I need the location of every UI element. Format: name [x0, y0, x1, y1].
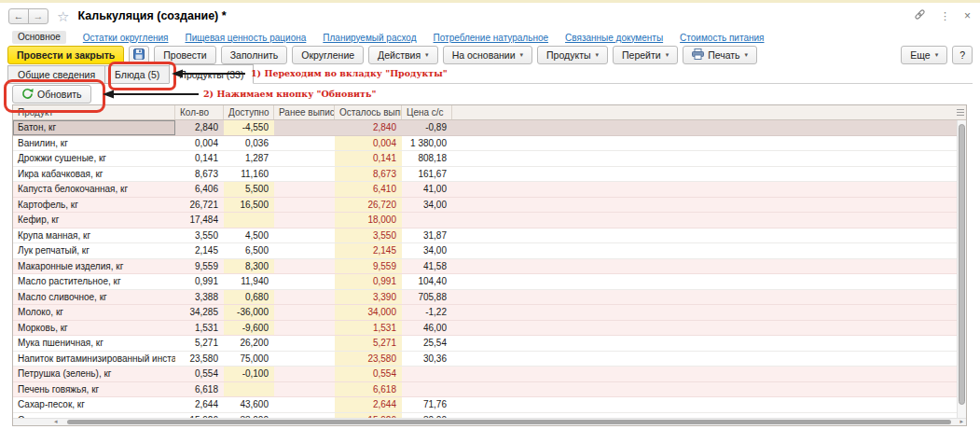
cell-available[interactable]: 0,680: [224, 290, 274, 305]
cell-previously-issued[interactable]: [274, 198, 335, 213]
column-header[interactable]: Осталось выписать: [335, 105, 402, 119]
cell-cost-price[interactable]: 1 380,00: [402, 136, 452, 151]
cell-product[interactable]: Масло растительное, кг: [13, 274, 175, 289]
cell-quantity[interactable]: 23,580: [175, 352, 224, 367]
cell-quantity[interactable]: 6,406: [175, 182, 224, 197]
cell-filler[interactable]: [452, 352, 957, 367]
table-row[interactable]: Кефир, кг17,48418,000: [13, 213, 957, 228]
table-row[interactable]: Морковь, кг1,531-9,6001,53146,00: [13, 321, 957, 337]
cell-quantity[interactable]: 2,145: [175, 243, 224, 258]
cell-cost-price[interactable]: 104,40: [402, 274, 452, 289]
table-row[interactable]: Крупа манная, кг3,5504,5003,55031,87: [13, 228, 957, 244]
cell-quantity[interactable]: 0,554: [175, 367, 224, 381]
nav-link[interactable]: Стоимость питания: [680, 33, 764, 43]
favorite-star-icon[interactable]: ☆: [57, 9, 69, 23]
cell-quantity[interactable]: 26,721: [175, 198, 224, 213]
scroll-left-arrow-icon[interactable]: ◂: [54, 418, 58, 425]
vertical-scroll-thumb[interactable]: [959, 124, 965, 405]
close-icon[interactable]: ×: [964, 9, 971, 22]
toolbar-button[interactable]: На основании▾: [443, 46, 532, 64]
column-header[interactable]: Доступно: [224, 105, 274, 119]
print-button[interactable]: Печать ▾: [683, 46, 757, 64]
toolbar-button[interactable]: Провести▾: [154, 46, 215, 64]
toolbar-button[interactable]: Округление▾: [292, 46, 364, 64]
cell-filler[interactable]: [452, 228, 957, 243]
cell-filler[interactable]: [452, 167, 957, 182]
cell-filler[interactable]: [452, 213, 957, 228]
cell-remaining[interactable]: 9,559: [335, 259, 402, 274]
cell-remaining[interactable]: 8,673: [335, 167, 402, 182]
cell-cost-price[interactable]: 41,58: [402, 259, 452, 274]
cell-previously-issued[interactable]: [274, 213, 335, 228]
cell-cost-price[interactable]: 705,88: [402, 290, 452, 305]
cell-quantity[interactable]: 5,271: [175, 336, 224, 351]
column-header[interactable]: Кол-во: [175, 105, 224, 119]
table-row[interactable]: Молоко, кг34,285-36,00034,000-1,22: [13, 305, 957, 321]
cell-cost-price[interactable]: -0,89: [402, 120, 452, 135]
column-header[interactable]: Продукт: [13, 105, 175, 119]
cell-cost-price[interactable]: 41,00: [402, 182, 452, 197]
help-button[interactable]: ?: [952, 46, 973, 64]
cell-available[interactable]: -9,600: [224, 321, 274, 336]
cell-remaining[interactable]: 6,410: [335, 182, 402, 197]
cell-product[interactable]: Ванилин, кг: [13, 136, 175, 151]
cell-remaining[interactable]: 5,271: [335, 336, 402, 351]
cell-remaining[interactable]: 2,644: [335, 397, 402, 412]
cell-product[interactable]: Петрушка (зелень), кг: [13, 367, 175, 381]
table-row[interactable]: Напиток витаминизированный инстантный, к…: [13, 352, 957, 367]
cell-filler[interactable]: [452, 336, 957, 351]
toolbar-button[interactable]: Действия▾: [368, 46, 438, 64]
cell-quantity[interactable]: 2,644: [175, 397, 224, 412]
cell-quantity[interactable]: 0,004: [175, 136, 224, 151]
cell-cost-price[interactable]: 161,67: [402, 167, 452, 182]
horizontal-scroll-thumb[interactable]: [67, 420, 951, 424]
cell-quantity[interactable]: 1,531: [175, 321, 224, 336]
cell-filler[interactable]: [452, 382, 957, 397]
cell-product[interactable]: Лук репчатый, кг: [13, 243, 175, 258]
table-row[interactable]: Икра кабачковая, кг8,67311,1608,673161,6…: [13, 167, 957, 183]
scroll-right-arrow-icon[interactable]: ▸: [959, 418, 963, 425]
cell-product[interactable]: Макаронные изделия, кг: [13, 259, 175, 274]
cell-filler[interactable]: [452, 367, 957, 381]
cell-cost-price[interactable]: 31,87: [402, 228, 452, 243]
cell-remaining[interactable]: 3,390: [335, 290, 402, 305]
tab[interactable]: Продукты (33): [169, 64, 254, 84]
cell-previously-issued[interactable]: [274, 228, 335, 243]
cell-previously-issued[interactable]: [274, 336, 335, 351]
nav-link[interactable]: Остатки округления: [83, 33, 169, 43]
cell-remaining[interactable]: 18,000: [335, 213, 402, 228]
nav-item-active[interactable]: Основное: [12, 31, 66, 44]
cell-quantity[interactable]: 2,840: [175, 120, 224, 135]
cell-quantity[interactable]: 0,141: [175, 151, 224, 166]
cell-filler[interactable]: [452, 321, 957, 336]
table-row[interactable]: Масло сливочное, кг3,3880,6803,390705,88: [13, 290, 957, 306]
cell-remaining[interactable]: 0,004: [335, 136, 402, 151]
cell-product[interactable]: Картофель, кг: [13, 198, 175, 213]
cell-remaining[interactable]: 26,720: [335, 198, 402, 213]
cell-available[interactable]: -0,100: [224, 367, 274, 381]
cell-available[interactable]: 8,300: [224, 259, 274, 274]
cell-available[interactable]: [224, 213, 274, 228]
table-row[interactable]: Ванилин, кг0,0040,0360,0041 380,00: [13, 136, 957, 152]
toolbar-button[interactable]: Продукты▾: [537, 46, 608, 64]
nav-link[interactable]: Пищевая ценность рациона: [185, 33, 306, 43]
cell-previously-issued[interactable]: [274, 167, 335, 182]
cell-filler[interactable]: [452, 151, 957, 166]
cell-remaining[interactable]: 34,000: [335, 305, 402, 320]
nav-link[interactable]: Планируемый расход: [323, 33, 416, 43]
cell-quantity[interactable]: 0,991: [175, 274, 224, 289]
column-settings-icon[interactable]: [957, 109, 964, 116]
back-button[interactable]: ←: [8, 8, 29, 24]
cell-available[interactable]: 0,036: [224, 136, 274, 151]
cell-available[interactable]: 11,940: [224, 274, 274, 289]
cell-cost-price[interactable]: 46,00: [402, 321, 452, 336]
table-row[interactable]: Дрожжи сушеные, кг0,1411,2870,141808,18: [13, 151, 957, 167]
cell-previously-issued[interactable]: [274, 182, 335, 197]
table-row[interactable]: Печень говяжья, кг6,6186,618: [13, 382, 957, 398]
cell-previously-issued[interactable]: [274, 367, 335, 381]
get-link-icon[interactable]: [914, 7, 926, 24]
cell-previously-issued[interactable]: [274, 290, 335, 305]
cell-filler[interactable]: [452, 259, 957, 274]
tab[interactable]: Блюда (5): [104, 65, 170, 84]
cell-previously-issued[interactable]: [274, 259, 335, 274]
